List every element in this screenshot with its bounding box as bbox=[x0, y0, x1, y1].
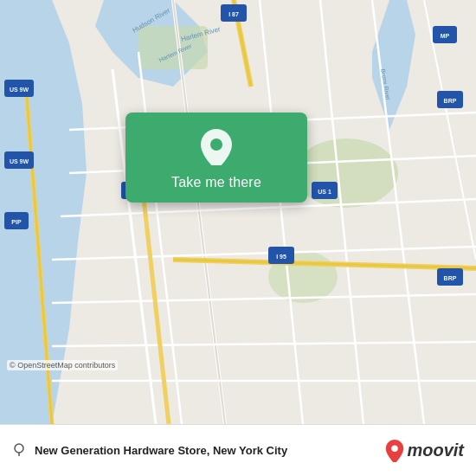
copyright-text: © OpenStreetMap contributors bbox=[7, 360, 118, 370]
svg-point-4 bbox=[294, 138, 398, 208]
svg-text:BRP: BRP bbox=[444, 98, 457, 104]
take-me-there-label: Take me there bbox=[171, 175, 261, 190]
svg-point-54 bbox=[15, 444, 23, 453]
map-container: US 9W US 9W PIP US 9 I 87 MP BRP BRP US … bbox=[0, 0, 476, 424]
svg-text:US 9W: US 9W bbox=[10, 158, 29, 164]
svg-text:US 1: US 1 bbox=[318, 189, 331, 195]
action-card[interactable]: Take me there bbox=[125, 113, 307, 203]
svg-text:PIP: PIP bbox=[11, 219, 22, 225]
location-pin-icon bbox=[197, 128, 235, 166]
bottom-location-icon bbox=[12, 442, 26, 460]
svg-text:I 87: I 87 bbox=[228, 11, 239, 17]
moovit-wordmark: moovit bbox=[407, 441, 464, 460]
store-info: New Generation Hardware Store, New York … bbox=[35, 444, 287, 457]
svg-text:MP: MP bbox=[441, 33, 450, 39]
store-name: New Generation Hardware Store, New York … bbox=[35, 444, 287, 457]
bottom-bar: New Generation Hardware Store, New York … bbox=[0, 424, 476, 476]
svg-text:US 9W: US 9W bbox=[10, 87, 29, 93]
svg-point-53 bbox=[210, 138, 222, 151]
svg-text:BRP: BRP bbox=[444, 275, 457, 281]
svg-point-56 bbox=[392, 445, 398, 451]
svg-text:I 95: I 95 bbox=[276, 254, 286, 260]
moovit-logo: moovit bbox=[385, 440, 464, 462]
